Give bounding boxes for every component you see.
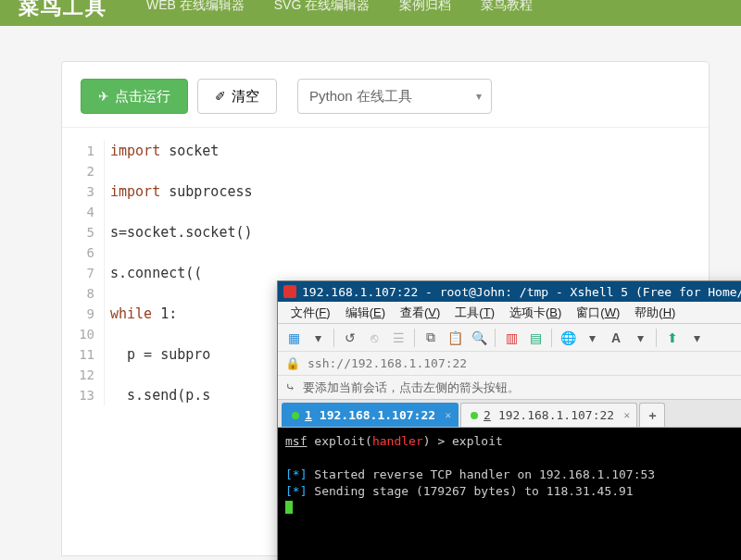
dropdown-icon[interactable]: ▾ [308, 328, 328, 348]
menu-file[interactable]: 文件(F) [285, 305, 336, 321]
info-text: 要添加当前会话，点击左侧的箭头按钮。 [303, 380, 520, 396]
line-number: 1 [62, 141, 94, 161]
line-number: 10 [62, 324, 94, 344]
lock-icon: 🔒 [285, 356, 300, 370]
paper-plane-icon: ✈ [98, 89, 109, 104]
language-select[interactable]: Python 在线工具 [297, 79, 492, 114]
status-dot-icon [292, 412, 299, 419]
term-star: [*] [285, 467, 307, 481]
terminal-cursor [285, 501, 293, 514]
font-icon[interactable]: A [606, 328, 626, 348]
brand-logo[interactable]: 菜鸟工具 [19, 0, 107, 21]
clear-button[interactable]: ✐ 清空 [197, 79, 277, 114]
dropdown-icon[interactable]: ▾ [582, 328, 602, 348]
add-tab-button[interactable]: ＋ [639, 403, 665, 427]
color-icon[interactable]: ▥ [501, 328, 521, 348]
nav-item-svg-editor[interactable]: SVG 在线编辑器 [274, 0, 370, 14]
nav-item-examples[interactable]: 案例归档 [399, 0, 451, 14]
code-column[interactable]: import socket import subprocess s=socket… [105, 141, 253, 405]
menu-tools[interactable]: 工具(T) [449, 305, 500, 321]
code-line[interactable] [110, 202, 253, 222]
nav-item-tutorial[interactable]: 菜鸟教程 [481, 0, 533, 14]
top-nav: 菜鸟工具 WEB 在线编辑器 SVG 在线编辑器 案例归档 菜鸟教程 [0, 0, 741, 26]
xshell-tabs: 1 192.168.1.107:22 ✕ 2 192.168.1.107:22 … [278, 400, 741, 428]
xshell-app-icon [283, 285, 296, 298]
copy-icon[interactable]: ⧉ [421, 328, 441, 348]
menu-tabs[interactable]: 选项卡(B) [504, 305, 567, 321]
properties-icon[interactable]: ☰ [388, 328, 408, 348]
line-number: 3 [62, 181, 94, 202]
code-line[interactable]: s.connect(( [110, 263, 253, 283]
code-line[interactable]: p = subpro [110, 344, 253, 365]
code-line[interactable] [110, 161, 253, 181]
terminal[interactable]: msf exploit(handler) > exploit [*] Start… [278, 428, 741, 560]
editor-toolbar: ✈ 点击运行 ✐ 清空 Python 在线工具 [62, 62, 709, 128]
xshell-title-text: 192.168.1.107:22 - root@John: /tmp - Xsh… [302, 285, 741, 299]
code-line[interactable] [110, 283, 253, 304]
term-star: [*] [285, 484, 307, 498]
menu-window[interactable]: 窗口(W) [571, 305, 625, 321]
xshell-menubar: 文件(F) 编辑(E) 查看(V) 工具(T) 选项卡(B) 窗口(W) 帮助(… [278, 302, 741, 324]
paste-icon[interactable]: 📋 [445, 328, 465, 348]
term-mid: exploit( [307, 434, 371, 448]
nav-item-web-editor[interactable]: WEB 在线编辑器 [146, 0, 245, 14]
language-select-label: Python 在线工具 [309, 88, 412, 106]
menu-edit[interactable]: 编辑(E) [340, 305, 391, 321]
tab-label: 192.168.1.107:22 [498, 408, 614, 422]
tab-number: 2 [484, 408, 491, 422]
separator-icon [414, 329, 415, 347]
xshell-toolbar: ▦ ▾ ↺ ⎋ ☰ ⧉ 📋 🔍 ▥ ▤ 🌐 ▾ A ▾ ⬆ ▾ [278, 324, 741, 352]
xshell-titlebar[interactable]: 192.168.1.107:22 - root@John: /tmp - Xsh… [278, 281, 741, 302]
close-icon[interactable]: ✕ [445, 409, 451, 421]
new-session-icon[interactable]: ▦ [283, 328, 304, 348]
line-number: 6 [62, 243, 94, 263]
find-icon[interactable]: 🔍 [469, 328, 489, 348]
xshell-info-bar: ⤷ 要添加当前会话，点击左侧的箭头按钮。 [278, 376, 741, 400]
disconnect-icon[interactable]: ⎋ [364, 328, 384, 348]
clear-button-label: 清空 [232, 88, 259, 106]
line-number: 2 [62, 161, 94, 181]
line-gutter: 12345678910111213 [62, 141, 105, 405]
code-line[interactable]: while 1: [110, 304, 253, 324]
term-msf: msf [285, 434, 307, 448]
term-handler: handler [372, 434, 423, 448]
code-line[interactable] [110, 324, 253, 344]
xshell-window[interactable]: 192.168.1.107:22 - root@John: /tmp - Xsh… [277, 280, 741, 560]
line-number: 7 [62, 263, 94, 283]
code-line[interactable]: s=socket.socket() [110, 222, 253, 243]
session-tab-1[interactable]: 1 192.168.1.107:22 ✕ [282, 403, 458, 427]
status-dot-icon [471, 412, 478, 419]
code-line[interactable] [110, 365, 253, 385]
run-button[interactable]: ✈ 点击运行 [81, 79, 188, 114]
term-line2: Started reverse TCP handler on 192.168.1… [307, 467, 655, 481]
separator-icon [495, 329, 496, 347]
line-number: 9 [62, 304, 94, 324]
line-number: 8 [62, 283, 94, 304]
line-number: 12 [62, 365, 94, 385]
code-line[interactable] [110, 243, 253, 263]
eraser-icon: ✐ [215, 89, 226, 104]
separator-icon [656, 329, 657, 347]
script-icon[interactable]: ▤ [525, 328, 546, 348]
close-icon[interactable]: ✕ [624, 409, 631, 421]
code-line[interactable]: s.send(p.s [110, 385, 253, 405]
session-tab-2[interactable]: 2 192.168.1.107:22 ✕ [460, 403, 637, 427]
tab-label: 192.168.1.107:22 [320, 408, 435, 422]
reconnect-icon[interactable]: ↺ [340, 328, 360, 348]
workarea: ✈ 点击运行 ✐ 清空 Python 在线工具 1234567891011121… [61, 61, 710, 556]
address-text[interactable]: ssh://192.168.1.107:22 [308, 356, 467, 370]
line-number: 5 [62, 222, 94, 243]
globe-icon[interactable]: 🌐 [558, 328, 578, 348]
dropdown-icon[interactable]: ▾ [686, 328, 707, 348]
transfer-icon[interactable]: ⬆ [662, 328, 683, 348]
separator-icon [333, 329, 334, 347]
code-line[interactable]: import subprocess [110, 181, 253, 202]
line-number: 11 [62, 344, 94, 365]
code-line[interactable]: import socket [110, 141, 253, 161]
menu-view[interactable]: 查看(V) [395, 305, 446, 321]
menu-help[interactable]: 帮助(H) [629, 305, 681, 321]
line-number: 13 [62, 385, 94, 405]
bookmark-arrow-icon[interactable]: ⤷ [285, 380, 295, 394]
dropdown-icon[interactable]: ▾ [630, 328, 650, 348]
line-number: 4 [62, 202, 94, 222]
